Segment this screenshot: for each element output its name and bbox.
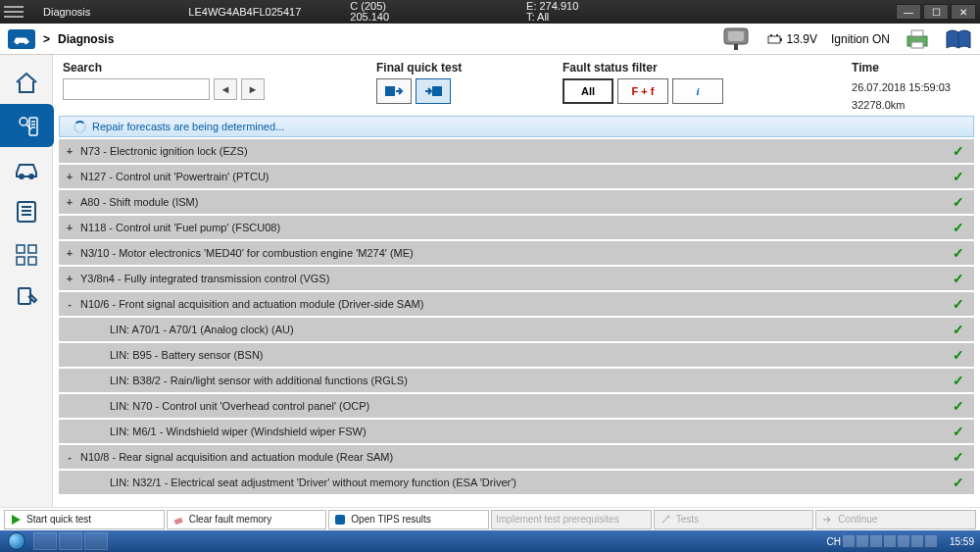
window-titlebar: Diagnosis LE4WG4AB4FL025417 C (205) 205.… xyxy=(0,0,980,24)
ecu-row[interactable]: +A80 - Shift module (ISM)✓ xyxy=(59,190,974,214)
ecu-tree[interactable]: +N73 - Electronic ignition lock (EZS)✓+N… xyxy=(53,137,980,507)
search-prev-button[interactable]: ◄ xyxy=(214,78,237,100)
svg-point-13 xyxy=(20,118,27,125)
ecu-row[interactable]: LIN: M6/1 - Windshield wiper (Windshield… xyxy=(59,420,974,443)
sidebar-list[interactable] xyxy=(0,190,52,233)
status-ok-icon: ✓ xyxy=(953,373,964,388)
ecu-row[interactable]: +N118 - Control unit 'Fuel pump' (FSCU08… xyxy=(59,216,974,239)
ecu-row[interactable]: LIN: A70/1 - A70/1 (Analog clock) (AU)✓ xyxy=(59,318,974,341)
status-ok-icon: ✓ xyxy=(953,424,964,439)
expand-toggle[interactable]: - xyxy=(63,298,76,310)
status-ok-icon: ✓ xyxy=(953,245,964,261)
tray-icon[interactable] xyxy=(884,535,896,547)
continue-button[interactable]: Continue xyxy=(815,510,976,529)
start-quick-test-button[interactable]: Start quick test xyxy=(4,510,165,529)
taskbar-clock[interactable]: 15:59 xyxy=(939,536,974,547)
expand-toggle[interactable]: + xyxy=(63,222,76,233)
tray-icon[interactable] xyxy=(925,535,937,547)
tests-button[interactable]: Tests xyxy=(654,510,814,529)
svg-rect-30 xyxy=(385,86,395,96)
sidebar-grid[interactable] xyxy=(0,233,52,276)
tray-icon[interactable] xyxy=(843,535,855,547)
svg-rect-27 xyxy=(17,257,24,265)
tests-label: Tests xyxy=(676,514,699,525)
start-button[interactable] xyxy=(2,531,31,551)
ecu-row[interactable]: LIN: B95 - Battery sensor (BSN)✓ xyxy=(59,343,974,367)
play-icon xyxy=(9,513,23,527)
breadcrumb-sep: > xyxy=(43,32,50,46)
tray-icon[interactable] xyxy=(870,535,882,547)
book-icon[interactable] xyxy=(945,28,972,50)
minimize-button[interactable]: — xyxy=(896,4,921,20)
expand-toggle[interactable]: + xyxy=(63,145,76,157)
time-label: Time xyxy=(852,61,951,76)
svg-rect-26 xyxy=(28,245,36,253)
ecu-row[interactable]: LIN: B38/2 - Rain/light sensor with addi… xyxy=(59,369,974,392)
sidebar-tools[interactable] xyxy=(0,276,52,320)
battery-icon xyxy=(767,33,783,45)
ecu-row[interactable]: +Y3/8n4 - Fully integrated transmission … xyxy=(59,267,974,290)
ecu-row[interactable]: +N127 - Control unit 'Powertrain' (PTCU)… xyxy=(59,165,974,188)
impl-prereq-button[interactable]: Implement test prerequisites xyxy=(491,510,652,529)
printer-icon[interactable] xyxy=(904,28,931,50)
ecu-row[interactable]: +N3/10 - Motor electronics 'MED40' for c… xyxy=(59,241,974,265)
sidebar-home[interactable] xyxy=(0,61,52,104)
impl-prereq-label: Implement test prerequisites xyxy=(496,514,619,525)
ecu-row[interactable]: +N73 - Electronic ignition lock (EZS)✓ xyxy=(59,139,974,163)
continue-icon xyxy=(820,513,834,527)
expand-toggle[interactable]: + xyxy=(63,196,76,208)
tray-icon[interactable] xyxy=(911,535,923,547)
quick-test-out-button[interactable] xyxy=(416,78,451,104)
loading-text: Repair forecasts are being determined... xyxy=(92,121,284,132)
lang-indicator[interactable]: CH xyxy=(827,536,841,547)
vehicle-icon[interactable] xyxy=(8,29,35,49)
windows-taskbar[interactable]: CH 15:59 xyxy=(0,530,980,552)
ecu-row[interactable]: LIN: N70 - Control unit 'Overhead contro… xyxy=(59,394,974,418)
expand-toggle[interactable]: + xyxy=(63,171,76,182)
sidebar-vehicle[interactable] xyxy=(0,147,52,190)
expand-toggle[interactable]: + xyxy=(63,273,76,284)
clear-fault-button[interactable]: Clear fault memory xyxy=(167,510,327,529)
search-next-button[interactable]: ► xyxy=(241,78,265,100)
sidebar-diagnosis[interactable] xyxy=(0,104,54,147)
device-icon xyxy=(718,26,754,52)
powertrain-info: E: 274.910 T: All xyxy=(526,1,578,23)
tray-icon[interactable] xyxy=(898,535,909,547)
ecu-label: LIN: N32/1 - Electrical seat adjustment … xyxy=(106,477,953,488)
loading-banner: Repair forecasts are being determined... xyxy=(59,116,974,137)
content-area: Search ◄ ► Final quick test xyxy=(53,55,980,507)
ecu-row[interactable]: -N10/6 - Front signal acquisition and ac… xyxy=(59,292,974,316)
taskbar-item-3[interactable] xyxy=(84,532,108,550)
app-name: Diagnosis xyxy=(43,6,90,18)
search-input[interactable] xyxy=(63,78,210,100)
quick-test-in-button[interactable] xyxy=(376,78,412,104)
close-button[interactable]: ✕ xyxy=(951,4,976,20)
filter-all-button[interactable]: All xyxy=(563,78,613,104)
open-tips-button[interactable]: Open TIPS results xyxy=(328,510,489,529)
ecu-label: LIN: N70 - Control unit 'Overhead contro… xyxy=(106,400,953,412)
ecu-label: A80 - Shift module (ISM) xyxy=(76,196,953,208)
ecu-row[interactable]: -N10/8 - Rear signal acquisition and act… xyxy=(59,445,974,469)
filter-info-button[interactable]: i xyxy=(672,78,723,104)
ecu-row[interactable]: LIN: N32/1 - Electrical seat adjustment … xyxy=(59,471,974,494)
status-ok-icon: ✓ xyxy=(953,169,964,184)
taskbar-item-1[interactable] xyxy=(33,532,57,550)
maximize-button[interactable]: ☐ xyxy=(923,4,949,20)
svg-rect-5 xyxy=(768,36,780,43)
filter-bar: Search ◄ ► Final quick test xyxy=(53,55,980,116)
system-tray[interactable]: CH 15:59 xyxy=(827,535,978,547)
menu-icon[interactable] xyxy=(4,6,24,18)
svg-rect-33 xyxy=(335,515,345,525)
expand-toggle[interactable]: - xyxy=(63,451,76,463)
model-info: C (205) 205.140 xyxy=(350,1,389,23)
status-ok-icon: ✓ xyxy=(953,322,964,337)
taskbar-item-2[interactable] xyxy=(59,532,82,550)
tray-icon[interactable] xyxy=(857,535,868,547)
svg-rect-32 xyxy=(173,517,182,524)
filter-ff-button[interactable]: F + f xyxy=(617,78,668,104)
expand-toggle[interactable]: + xyxy=(63,247,76,259)
svg-rect-7 xyxy=(770,34,772,36)
status-ok-icon: ✓ xyxy=(953,475,964,490)
voltage-display: 13.9V xyxy=(767,32,817,46)
action-bar: Start quick test Clear fault memory Open… xyxy=(0,507,980,530)
